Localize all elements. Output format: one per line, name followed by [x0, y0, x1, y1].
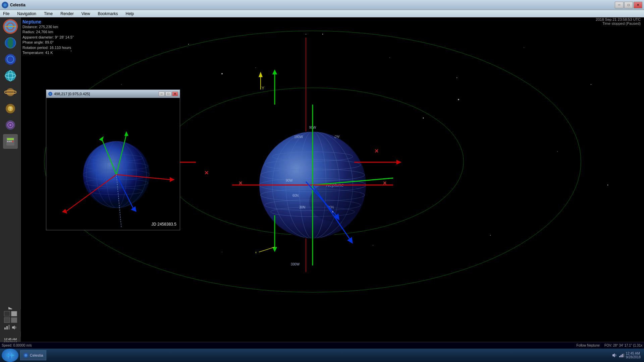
sub-window-neptune-svg: [46, 98, 180, 230]
sidebar-color-box-1: [4, 311, 10, 316]
title-bar-controls: ─ □ ✕: [615, 2, 642, 8]
start-button[interactable]: [2, 349, 18, 362]
svg-marker-100: [334, 214, 339, 220]
menu-render[interactable]: Render: [59, 11, 75, 17]
svg-text:×: ×: [375, 147, 379, 155]
network-icon: [619, 353, 624, 357]
status-follow: Follow Neptune: [577, 344, 600, 347]
volume-icon: [612, 353, 617, 357]
svg-marker-102: [259, 72, 263, 77]
menu-navigation[interactable]: Navigation: [16, 11, 38, 17]
svg-point-1: [3, 3, 7, 7]
svg-rect-139: [619, 356, 620, 357]
sidebar-icon-earth[interactable]: [3, 36, 18, 50]
sub-window-controls: ─ □ ✕: [159, 92, 178, 96]
svg-point-13: [6, 88, 14, 96]
menu-bar: File Navigation Time Render View Bookmar…: [0, 10, 644, 17]
svg-point-137: [24, 354, 27, 357]
svg-rect-22: [7, 138, 14, 140]
svg-point-10: [5, 70, 16, 81]
menu-bookmarks[interactable]: Bookmarks: [96, 11, 119, 17]
svg-rect-140: [621, 355, 622, 357]
windows-taskbar: Celestia 12:45 AM 9/28/2018: [0, 349, 644, 362]
sidebar-icon-saturn[interactable]: [3, 85, 18, 100]
datetime-text: 2018 Sep 21 23:58:53 UTC: [596, 17, 641, 21]
menu-time[interactable]: Time: [43, 11, 54, 17]
sub-window: 498,217 [0.975,0.425] ─ □ ✕: [46, 89, 180, 230]
tray-clock: 12:45 AM 9/28/2018: [626, 352, 641, 359]
sidebar-icon-calculator[interactable]: [3, 134, 18, 149]
svg-point-110: [332, 211, 333, 213]
menu-help[interactable]: Help: [124, 11, 135, 17]
sidebar-color-box-3: [4, 317, 10, 323]
svg-rect-26: [12, 141, 13, 142]
svg-line-104: [259, 247, 275, 252]
sub-window-content: JD 2458383.5: [46, 98, 180, 230]
svg-marker-132: [131, 206, 137, 212]
menu-view[interactable]: View: [80, 11, 92, 17]
svg-marker-128: [170, 177, 175, 182]
svg-marker-27: [4, 327, 6, 329]
jd-label: JD 2458383.5: [151, 222, 176, 227]
svg-point-108: [221, 73, 223, 74]
svg-text:×: ×: [205, 169, 209, 176]
sub-window-title-text: 498,217 [0.975,0.425]: [54, 92, 90, 96]
status-speed: Speed: 0.00000 m/s: [2, 344, 32, 347]
sidebar-sound-icon: [11, 325, 17, 330]
sub-window-titlebar: 498,217 [0.975,0.425] ─ □ ✕: [46, 90, 180, 98]
svg-point-109: [458, 99, 459, 100]
title-bar-text: Celestia: [10, 3, 615, 7]
svg-rect-25: [10, 141, 12, 142]
svg-marker-96: [272, 69, 277, 74]
sub-minimize-button[interactable]: ─: [159, 92, 165, 96]
sidebar-bottom: [0, 309, 21, 332]
svg-point-8: [5, 54, 16, 65]
maximize-button[interactable]: □: [624, 2, 633, 8]
minimize-button[interactable]: ─: [615, 2, 624, 8]
svg-marker-94: [396, 160, 401, 165]
app-icon: [2, 2, 8, 8]
svg-marker-29: [8, 325, 10, 329]
svg-point-20: [9, 124, 11, 126]
sub-maximize-button[interactable]: □: [165, 92, 171, 96]
system-tray: 12:45 AM 9/28/2018: [608, 352, 644, 359]
status-right: Follow Neptune FOV: 28° 34' 17.1" (1.31x: [577, 344, 642, 347]
close-button[interactable]: ✕: [634, 2, 642, 8]
time-display: 2018 Sep 21 23:58:53 UTC Time stopped (P…: [596, 17, 641, 25]
svg-marker-124: [124, 131, 128, 136]
svg-point-112: [49, 93, 51, 95]
sidebar-color-box-4: [11, 317, 17, 323]
sidebar-icon-target[interactable]: [3, 118, 18, 132]
svg-marker-126: [99, 136, 104, 141]
sidebar-icon-browser[interactable]: [3, 19, 18, 34]
sidebar-color-box-2: [11, 311, 17, 316]
sidebar-signal-icon: [4, 325, 10, 330]
taskbar-celestia[interactable]: Celestia: [20, 350, 46, 360]
sub-window-icon: [48, 92, 53, 96]
svg-rect-142: [623, 354, 624, 357]
title-bar: Celestia ─ □ ✕: [0, 0, 644, 10]
svg-marker-138: [612, 353, 615, 357]
svg-rect-23: [7, 141, 8, 142]
svg-marker-30: [12, 325, 15, 329]
status-bar: Speed: 0.00000 m/s Follow Neptune FOV: 2…: [0, 342, 644, 349]
sidebar-icon-globe[interactable]: [3, 68, 18, 83]
taskbar-items: Celestia: [18, 350, 608, 360]
sidebar-icon-orbit[interactable]: [3, 52, 18, 67]
svg-rect-141: [622, 354, 623, 357]
svg-text:?: ?: [9, 107, 11, 111]
svg-marker-28: [6, 326, 8, 329]
svg-line-99: [306, 182, 336, 215]
svg-text:×: ×: [255, 251, 257, 254]
sidebar-clock: 12:45 AM: [1, 338, 20, 341]
menu-file[interactable]: File: [2, 11, 11, 17]
svg-text:Y: Y: [262, 86, 264, 90]
sidebar-icon-badge[interactable]: ?: [3, 101, 18, 116]
sub-close-button[interactable]: ✕: [172, 92, 178, 96]
svg-point-6: [8, 38, 13, 48]
main-viewport[interactable]: 90W 180W 0W 90W 60N 30N 30N 330W Neptune: [21, 17, 644, 362]
status-fov: FOV: 28° 34' 17.1" (1.31x: [604, 344, 642, 347]
taskbar-celestia-label: Celestia: [30, 353, 43, 357]
svg-rect-24: [9, 141, 10, 142]
time-status: Time stopped (Paused): [596, 21, 641, 25]
